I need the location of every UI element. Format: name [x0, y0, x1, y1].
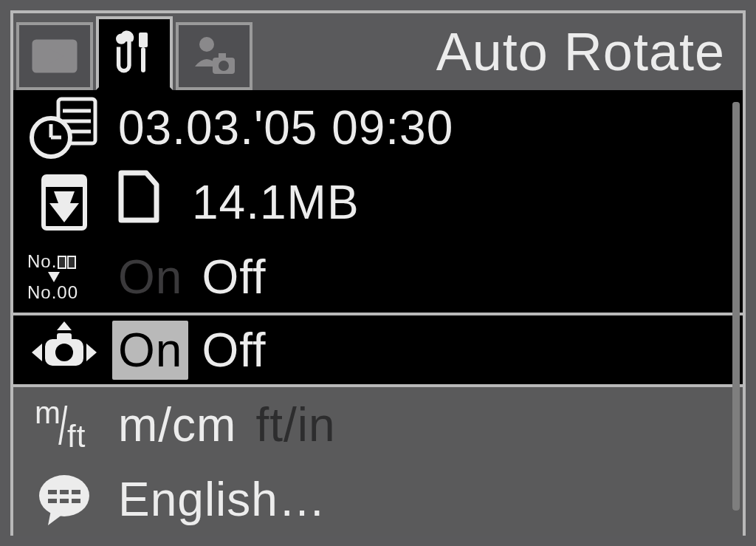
screen-inner: Auto Rotate 03.03.' [10, 10, 746, 536]
tab-mymenu[interactable] [176, 22, 252, 90]
person-camera-icon [190, 33, 238, 80]
tools-icon [111, 30, 158, 77]
datetime-value: 03.03.'05 09:30 [112, 100, 459, 155]
auto-rotate-values: On Off [112, 315, 272, 384]
tab-setup[interactable] [96, 16, 173, 90]
datetime-icon [16, 90, 112, 165]
auto-rotate-on[interactable]: On [112, 321, 188, 380]
file-numbering-on[interactable]: On [112, 250, 188, 304]
svg-point-4 [199, 37, 214, 52]
format-value-cell: 14.1MB [112, 165, 365, 239]
svg-marker-22 [32, 344, 42, 361]
file-numbering-values: On Off [112, 239, 272, 314]
units-icon: m / ft [16, 387, 112, 462]
row-format[interactable]: 14.1MB [13, 165, 743, 239]
svg-point-7 [219, 61, 229, 71]
row-datetime[interactable]: 03.03.'05 09:30 [13, 90, 743, 165]
row-auto-rotate[interactable]: On Off [13, 313, 743, 387]
file-numbering-icon: No. No.00 [16, 239, 112, 314]
svg-marker-23 [86, 344, 97, 361]
tabs [13, 13, 252, 90]
svg-rect-2 [139, 33, 148, 47]
svg-rect-3 [141, 47, 145, 72]
units-values: m/cm ft/in [112, 387, 342, 462]
scrollbar[interactable] [732, 102, 740, 511]
svg-marker-17 [49, 191, 79, 222]
page-title: Auto Rotate [252, 21, 743, 82]
auto-rotate-off[interactable]: Off [196, 323, 272, 378]
svg-point-24 [39, 475, 89, 516]
svg-rect-20 [57, 333, 72, 342]
datetime-value-cell: 03.03.'05 09:30 [112, 90, 459, 165]
camera-screen: Auto Rotate 03.03.' [0, 0, 756, 546]
units-mcm[interactable]: m/cm [112, 397, 242, 452]
language-icon [16, 462, 112, 536]
svg-rect-16 [44, 177, 85, 187]
svg-rect-6 [219, 53, 226, 59]
svg-point-21 [55, 344, 73, 361]
svg-marker-25 [48, 511, 66, 525]
svg-rect-31 [72, 499, 80, 503]
svg-rect-28 [72, 490, 80, 494]
svg-rect-26 [48, 490, 57, 494]
svg-marker-18 [57, 321, 72, 330]
row-file-numbering[interactable]: No. No.00 On Off [13, 239, 743, 314]
format-value: 14.1MB [186, 175, 365, 230]
auto-rotate-icon [16, 315, 112, 384]
row-language[interactable]: English… [13, 462, 743, 536]
units-ftin[interactable]: ft/in [250, 397, 341, 452]
sdcard-icon [112, 170, 165, 234]
tab-bar: Auto Rotate [13, 13, 743, 90]
svg-rect-27 [60, 490, 69, 494]
menu-list: 03.03.'05 09:30 [13, 90, 743, 533]
row-units[interactable]: m / ft m/cm ft/in [13, 387, 743, 462]
language-value-cell: English… [112, 462, 332, 536]
scrollbar-thumb[interactable] [732, 102, 740, 511]
tab-playback[interactable] [16, 22, 93, 90]
svg-rect-30 [60, 499, 69, 503]
format-icon [16, 165, 112, 239]
playback-icon [31, 33, 78, 80]
language-value: English… [112, 472, 332, 527]
svg-rect-29 [48, 499, 57, 503]
file-numbering-off[interactable]: Off [196, 250, 272, 304]
